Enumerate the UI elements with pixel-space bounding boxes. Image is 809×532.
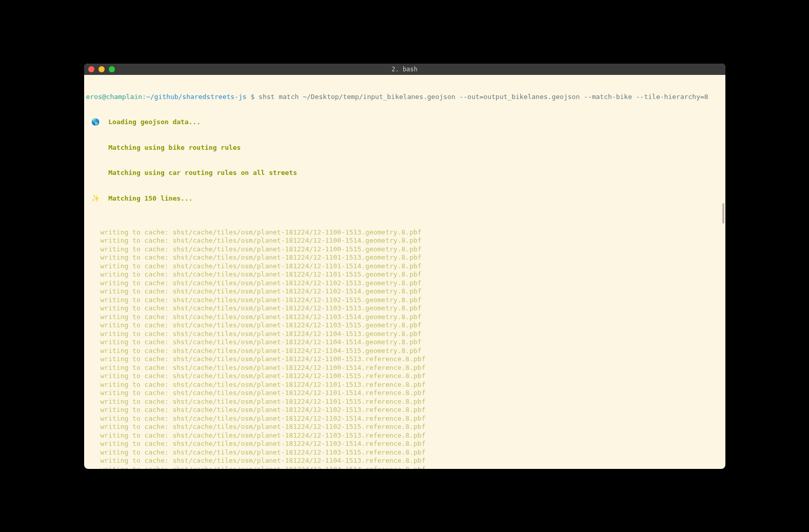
cache-line: writing to cache: shst/cache/tiles/osm/p… (86, 228, 723, 237)
status-bike-rules: Matching using bike routing rules (86, 144, 723, 152)
window-title: 2. bash (84, 66, 725, 73)
cache-line: writing to cache: shst/cache/tiles/osm/p… (86, 347, 723, 356)
cache-line: writing to cache: shst/cache/tiles/osm/p… (86, 364, 723, 372)
cache-line: writing to cache: shst/cache/tiles/osm/p… (86, 321, 723, 330)
minimize-icon[interactable] (98, 66, 105, 72)
cache-line: writing to cache: shst/cache/tiles/osm/p… (86, 304, 723, 313)
scrollbar-thumb[interactable] (722, 203, 724, 224)
cache-output: writing to cache: shst/cache/tiles/osm/p… (86, 228, 723, 469)
terminal-body[interactable]: eros@champlain:~/github/sharedstreets-js… (84, 75, 725, 469)
cache-line: writing to cache: shst/cache/tiles/osm/p… (86, 372, 723, 381)
cache-line: writing to cache: shst/cache/tiles/osm/p… (86, 270, 723, 279)
cache-line: writing to cache: shst/cache/tiles/osm/p… (86, 330, 723, 339)
status-car-rules: Matching using car routing rules on all … (86, 169, 723, 178)
titlebar: 2. bash (84, 64, 725, 75)
cache-line: writing to cache: shst/cache/tiles/osm/p… (86, 262, 723, 271)
cache-line: writing to cache: shst/cache/tiles/osm/p… (86, 279, 723, 288)
cache-line: writing to cache: shst/cache/tiles/osm/p… (86, 245, 723, 254)
maximize-icon[interactable] (109, 66, 115, 72)
sparkle-icon: ✨ (86, 194, 101, 203)
cache-line: writing to cache: shst/cache/tiles/osm/p… (86, 415, 723, 423)
command-text: shst match ~/Desktop/temp/input_bikelane… (259, 93, 708, 101)
cache-line: writing to cache: shst/cache/tiles/osm/p… (86, 440, 723, 448)
cache-line: writing to cache: shst/cache/tiles/osm/p… (86, 287, 723, 296)
prompt-symbol: $ (250, 93, 254, 101)
close-icon[interactable] (88, 66, 94, 72)
cache-line: writing to cache: shst/cache/tiles/osm/p… (86, 381, 723, 389)
cache-line: writing to cache: shst/cache/tiles/osm/p… (86, 431, 723, 440)
cache-line: writing to cache: shst/cache/tiles/osm/p… (86, 389, 723, 398)
prompt-line: eros@champlain:~/github/sharedstreets-js… (86, 93, 723, 102)
status-loading: 🌎 Loading geojson data... (86, 118, 723, 127)
cache-line: writing to cache: shst/cache/tiles/osm/p… (86, 448, 723, 457)
cache-line: writing to cache: shst/cache/tiles/osm/p… (86, 457, 723, 465)
cache-line: writing to cache: shst/cache/tiles/osm/p… (86, 423, 723, 431)
terminal-window: 2. bash eros@champlain:~/github/sharedst… (84, 64, 725, 469)
cache-line: writing to cache: shst/cache/tiles/osm/p… (86, 313, 723, 322)
prompt-user: eros (86, 93, 102, 101)
cache-line: writing to cache: shst/cache/tiles/osm/p… (86, 355, 723, 364)
traffic-lights (88, 66, 115, 72)
globe-icon: 🌎 (86, 118, 101, 127)
cache-line: writing to cache: shst/cache/tiles/osm/p… (86, 398, 723, 406)
cache-line: writing to cache: shst/cache/tiles/osm/p… (86, 237, 723, 245)
cache-line: writing to cache: shst/cache/tiles/osm/p… (86, 465, 723, 469)
prompt-host: @champlain (102, 93, 142, 101)
status-matching: ✨ Matching 150 lines... (86, 194, 723, 203)
cache-line: writing to cache: shst/cache/tiles/osm/p… (86, 296, 723, 305)
prompt-path: ~/github/sharedstreets-js (146, 93, 247, 101)
cache-line: writing to cache: shst/cache/tiles/osm/p… (86, 338, 723, 347)
cache-line: writing to cache: shst/cache/tiles/osm/p… (86, 253, 723, 262)
cache-line: writing to cache: shst/cache/tiles/osm/p… (86, 406, 723, 415)
